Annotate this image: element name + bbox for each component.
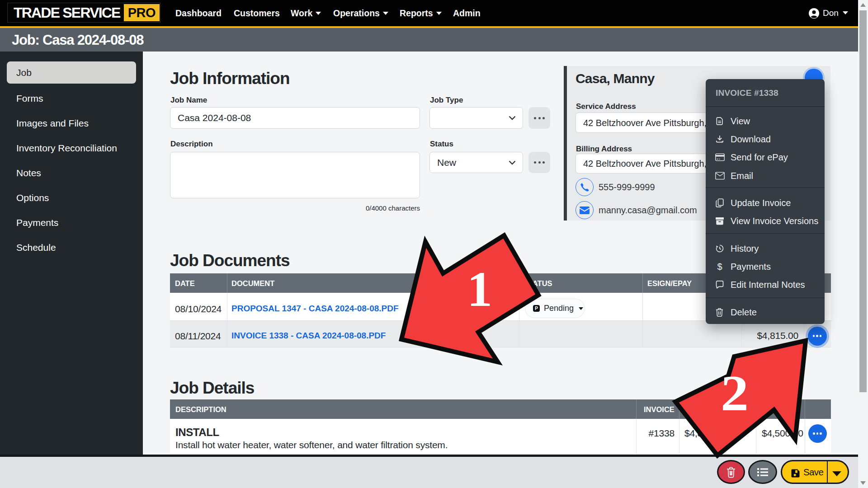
- svg-text:1: 1: [467, 262, 492, 317]
- svg-text:2: 2: [721, 365, 749, 421]
